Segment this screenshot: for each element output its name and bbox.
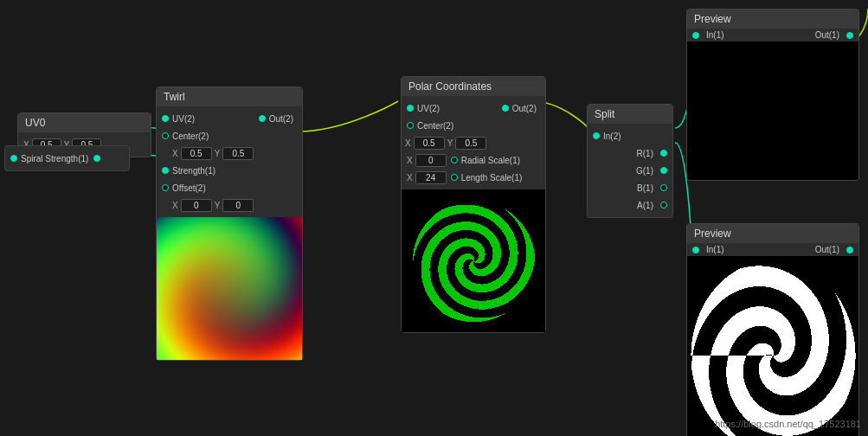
polar-title: Polar Coordinates bbox=[408, 80, 492, 93]
split-b-label: B(1) bbox=[637, 183, 653, 193]
preview2-ports: In(1) Out(1) bbox=[687, 243, 858, 256]
preview1-node: Preview In(1) Out(1) bbox=[686, 9, 859, 181]
split-r-row: R(1) bbox=[588, 144, 672, 162]
polar-length-port[interactable] bbox=[451, 174, 458, 181]
twirl-cy-input[interactable] bbox=[222, 147, 254, 160]
split-r-label: R(1) bbox=[637, 149, 653, 158]
polar-radial-row: X Radial Scale(1) bbox=[402, 151, 545, 169]
polar-preview bbox=[402, 189, 545, 332]
twirl-strength-label: Strength(1) bbox=[172, 166, 215, 176]
preview2-canvas bbox=[687, 256, 858, 436]
twirl-center-xy: X Y bbox=[157, 144, 302, 162]
preview2-header: Preview bbox=[687, 224, 858, 243]
polar-length-input[interactable] bbox=[415, 171, 447, 184]
polar-radial-input[interactable] bbox=[415, 154, 447, 167]
polar-uv-label: UV(2) bbox=[417, 104, 440, 113]
split-node: Split In(2) R(1) G(1) B(1) A(1) bbox=[587, 104, 673, 218]
preview1-header: Preview bbox=[687, 10, 858, 29]
split-in-port[interactable] bbox=[593, 132, 600, 139]
twirl-strength-port[interactable] bbox=[162, 167, 169, 174]
polar-canvas bbox=[402, 189, 545, 332]
split-g-port[interactable] bbox=[660, 167, 667, 174]
polar-center-port[interactable] bbox=[407, 122, 414, 129]
polar-center-xy: X Y bbox=[402, 134, 545, 151]
polar-center-label: Center(2) bbox=[417, 121, 453, 131]
twirl-uv-label: UV(2) bbox=[172, 114, 195, 124]
split-in-label: In(2) bbox=[603, 131, 621, 141]
polar-header: Polar Coordinates bbox=[402, 77, 545, 96]
uv0-title: UV0 bbox=[25, 117, 45, 129]
twirl-strength-row: Strength(1) bbox=[157, 162, 302, 179]
preview1-title: Preview bbox=[694, 13, 731, 25]
twirl-uv-port[interactable] bbox=[162, 115, 169, 122]
twirl-offset-row: Offset(2) bbox=[157, 179, 302, 196]
preview1-out-port[interactable] bbox=[846, 32, 853, 39]
spiral-node: Spiral Strength(1) bbox=[4, 145, 130, 171]
preview2-out-port[interactable] bbox=[846, 247, 853, 253]
split-b-row: B(1) bbox=[588, 179, 672, 196]
split-a-port[interactable] bbox=[660, 202, 667, 208]
twirl-uv-row: UV(2) Out(2) bbox=[157, 110, 302, 127]
polar-uv-row: UV(2) Out(2) bbox=[402, 99, 545, 117]
twirl-offset-label: Offset(2) bbox=[172, 183, 206, 193]
polar-cy-input[interactable] bbox=[455, 137, 486, 150]
preview1-out-label: Out(1) bbox=[815, 30, 839, 40]
preview2-out-label: Out(1) bbox=[815, 245, 839, 254]
split-header: Split bbox=[588, 105, 672, 124]
preview1-in-port[interactable] bbox=[692, 32, 699, 39]
split-title: Split bbox=[595, 108, 614, 120]
polar-out-label: Out(2) bbox=[512, 104, 537, 113]
preview1-ports: In(1) Out(1) bbox=[687, 29, 858, 42]
twirl-title: Twirl bbox=[164, 91, 185, 103]
spiral-in-port[interactable] bbox=[93, 155, 100, 162]
twirl-oy-input[interactable] bbox=[222, 199, 254, 212]
watermark-text: https://blog.csdn.net/qq_17523181 bbox=[715, 419, 861, 429]
twirl-offset-port[interactable] bbox=[162, 184, 169, 191]
split-b-port[interactable] bbox=[660, 184, 667, 191]
split-g-row: G(1) bbox=[588, 162, 672, 179]
polar-radial-port[interactable] bbox=[451, 157, 458, 164]
spiral-label: Spiral Strength(1) bbox=[21, 154, 88, 164]
split-in-row: In(2) bbox=[588, 127, 672, 144]
twirl-offset-xy: X Y bbox=[157, 196, 302, 214]
spiral-out-port[interactable] bbox=[10, 155, 17, 162]
twirl-preview bbox=[157, 217, 302, 360]
uv0-header: UV0 bbox=[18, 113, 151, 132]
twirl-out-port[interactable] bbox=[259, 115, 266, 122]
preview2-title: Preview bbox=[694, 228, 731, 240]
twirl-center-row: Center(2) bbox=[157, 127, 302, 144]
preview2-in-port[interactable] bbox=[692, 247, 699, 253]
split-r-port[interactable] bbox=[660, 150, 667, 157]
spiral-row: Spiral Strength(1) bbox=[5, 150, 129, 167]
split-a-row: A(1) bbox=[588, 196, 672, 214]
twirl-cx-input[interactable] bbox=[181, 147, 212, 160]
preview1-canvas bbox=[687, 42, 858, 180]
watermark: https://blog.csdn.net/qq_17523181 bbox=[715, 419, 861, 429]
preview1-in-label: In(1) bbox=[706, 30, 724, 40]
twirl-center-port[interactable] bbox=[162, 132, 169, 139]
twirl-ox-input[interactable] bbox=[181, 199, 212, 212]
twirl-node: Twirl UV(2) Out(2) Center(2) X Y bbox=[156, 87, 303, 361]
polar-length-label: Length Scale(1) bbox=[461, 173, 523, 183]
polar-node: Polar Coordinates UV(2) Out(2) Center(2)… bbox=[401, 76, 546, 333]
preview2-in-label: In(1) bbox=[706, 245, 724, 254]
split-a-label: A(1) bbox=[637, 201, 653, 210]
polar-center-row: Center(2) bbox=[402, 117, 545, 134]
twirl-canvas bbox=[157, 217, 302, 360]
twirl-header: Twirl bbox=[157, 87, 302, 106]
preview2-node: Preview In(1) Out(1) bbox=[686, 223, 859, 436]
polar-radial-label: Radial Scale(1) bbox=[461, 156, 520, 165]
split-g-label: G(1) bbox=[636, 166, 653, 176]
twirl-out-label: Out(2) bbox=[269, 114, 293, 124]
twirl-center-label: Center(2) bbox=[172, 131, 209, 141]
polar-length-row: X Length Scale(1) bbox=[402, 169, 545, 186]
polar-cx-input[interactable] bbox=[414, 137, 445, 150]
polar-uv-port[interactable] bbox=[407, 105, 414, 112]
polar-out-port[interactable] bbox=[502, 105, 509, 112]
